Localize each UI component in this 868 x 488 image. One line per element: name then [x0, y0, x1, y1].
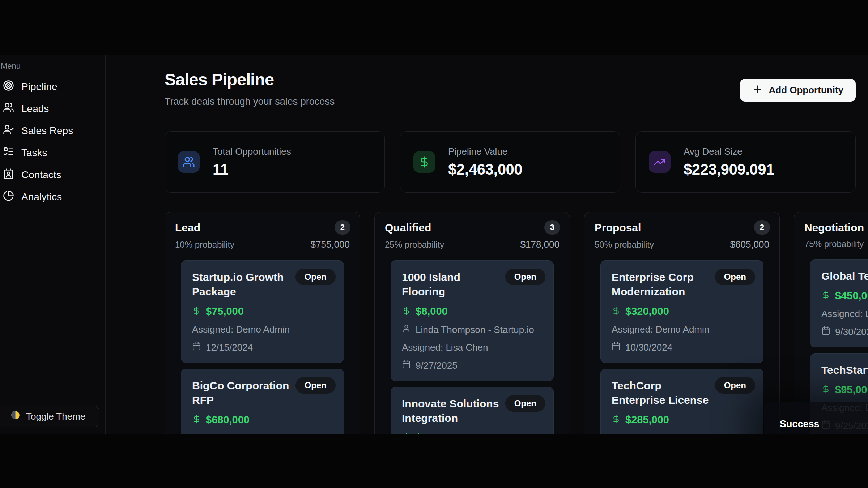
add-opportunity-label: Add Opportunity: [769, 85, 843, 96]
status-badge: Open: [715, 377, 755, 394]
dollar-sign-icon: [413, 151, 435, 173]
card-assigned: Assigned: Demo Admin: [612, 324, 752, 335]
column-title: Proposal: [595, 222, 769, 234]
card-date: 12/15/2024: [206, 342, 253, 353]
success-toast[interactable]: Success: [764, 402, 868, 434]
page-title: Sales Pipeline: [165, 69, 274, 89]
sidebar-item-label: Contacts: [21, 169, 61, 181]
sidebar-item-tasks[interactable]: Tasks: [0, 144, 99, 162]
kanban-column-qualified: Qualified 3 25% probability $178,000 100…: [374, 212, 570, 434]
card-amount: $680,000: [206, 414, 250, 426]
column-count-badge: 2: [754, 220, 770, 235]
dollar-sign-icon: [821, 291, 830, 301]
stat-value: $223,909.091: [684, 161, 774, 178]
sidebar-item-leads[interactable]: Leads: [0, 99, 99, 118]
card-amount: $125,000: [416, 432, 459, 434]
card-assigned: Assigned: Lisa Chen: [402, 342, 542, 353]
dollar-sign-icon: [192, 306, 201, 317]
calendar-icon: [612, 342, 621, 353]
column-total: $178,000: [520, 239, 559, 250]
sidebar-item-sales-reps[interactable]: Sales Reps: [0, 121, 99, 140]
opportunity-card[interactable]: TechCorp Enterprise License Open $285,00…: [600, 369, 763, 434]
sidebar-item-label: Tasks: [21, 147, 47, 159]
sidebar: Menu Pipeline Leads Sales Reps Tasks: [0, 55, 106, 434]
trending-up-icon: [649, 151, 671, 173]
main-content: Sales Pipeline Track deals through your …: [106, 55, 868, 434]
stat-label: Total Opportunities: [213, 146, 291, 157]
sidebar-nav: Pipeline Leads Sales Reps Tasks Contacts: [0, 77, 99, 206]
column-probability: 50% probability: [595, 240, 654, 250]
column-total: $755,000: [311, 239, 350, 250]
dollar-sign-icon: [402, 306, 411, 317]
card-date: 9/30/2025: [835, 326, 868, 338]
card-assigned: Assigned: Demo Admin: [821, 308, 868, 320]
sidebar-item-label: Analytics: [21, 191, 62, 203]
status-badge: Open: [505, 395, 545, 412]
stat-card-avg-deal-size: Avg Deal Size $223,909.091: [635, 131, 856, 193]
dollar-sign-icon: [612, 306, 621, 317]
card-contact: Linda Thompson - Startup.io: [416, 324, 534, 335]
card-amount: $450,000: [835, 290, 868, 302]
column-probability: 25% probability: [385, 240, 444, 250]
user-check-icon: [3, 124, 14, 138]
target-icon: [3, 80, 14, 94]
sidebar-item-label: Pipeline: [21, 81, 58, 93]
stat-card-pipeline-value: Pipeline Value $2,463,000: [400, 131, 620, 193]
sidebar-item-analytics[interactable]: Analytics: [0, 188, 99, 206]
sidebar-item-contacts[interactable]: Contacts: [0, 166, 99, 184]
dollar-sign-icon: [402, 433, 411, 434]
card-amount: $285,000: [625, 414, 669, 426]
column-count-badge: 3: [544, 220, 560, 235]
card-title: Global Tech: [821, 269, 868, 283]
users-icon: [3, 102, 14, 116]
kanban-board: Lead 2 10% probability $755,000 Startup.…: [165, 212, 868, 434]
stat-value: 11: [213, 161, 291, 178]
toggle-theme-button[interactable]: Toggle Theme: [0, 406, 99, 427]
card-assigned: Assigned: Demo Admin: [192, 324, 333, 335]
plus-icon: [752, 84, 763, 97]
opportunity-card[interactable]: 1000 Island Flooring Open $8,000 Linda T…: [391, 260, 554, 381]
status-badge: Open: [505, 269, 545, 285]
kanban-column-negotiation: Negotiation 75% probability Global Tech …: [794, 212, 868, 434]
stats-row: Total Opportunities 11 Pipeline Value $2…: [165, 131, 856, 193]
status-badge: Open: [715, 269, 755, 285]
sidebar-item-pipeline[interactable]: Pipeline: [0, 77, 99, 96]
calendar-icon: [821, 326, 830, 338]
sidebar-item-label: Sales Reps: [21, 125, 73, 137]
opportunity-card[interactable]: Startup.io Growth Package Open $75,000 A…: [181, 260, 344, 363]
card-date: 9/27/2025: [416, 360, 458, 371]
column-total: $605,000: [730, 239, 769, 250]
card-title: TechStartup Tools: [821, 363, 868, 377]
column-title: Qualified: [385, 222, 559, 234]
column-probability: 75% probability: [804, 239, 864, 249]
users-icon: [178, 151, 200, 173]
stat-value: $2,463,000: [448, 161, 522, 178]
sidebar-section-label: Menu: [1, 61, 21, 71]
card-amount: $320,000: [625, 305, 669, 317]
card-amount: $8,000: [416, 305, 448, 317]
page-subtitle: Track deals through your sales process: [165, 96, 335, 107]
dollar-sign-icon: [821, 385, 830, 395]
kanban-column-proposal: Proposal 2 50% probability $605,000 Ente…: [584, 212, 780, 434]
status-badge: Open: [295, 377, 336, 394]
opportunity-card[interactable]: Global Tech $450,000 Assigned: Demo Admi…: [810, 259, 868, 347]
card-amount: $75,000: [206, 305, 244, 317]
user-icon: [402, 324, 411, 335]
opportunity-card[interactable]: BigCo Corporation RFP Open $680,000 Assi…: [181, 369, 344, 434]
column-title: Lead: [175, 222, 350, 234]
kanban-column-lead: Lead 2 10% probability $755,000 Startup.…: [165, 212, 360, 434]
stat-label: Avg Deal Size: [684, 146, 774, 157]
sidebar-item-label: Leads: [21, 103, 49, 115]
opportunity-card[interactable]: Enterprise Corp Modernization Open $320,…: [600, 260, 763, 363]
status-badge: Open: [295, 269, 336, 285]
column-probability: 10% probability: [175, 240, 234, 250]
dollar-sign-icon: [612, 415, 621, 425]
calendar-icon: [192, 342, 201, 353]
pie-chart-icon: [3, 190, 14, 204]
toast-title: Success: [780, 419, 868, 430]
opportunity-card[interactable]: Innovate Solutions Integration Open $125…: [391, 387, 554, 434]
card-date: 10/30/2024: [625, 342, 672, 353]
card-assigned: Assigned: Demo Admin: [192, 432, 333, 434]
add-opportunity-button[interactable]: Add Opportunity: [740, 79, 856, 102]
contact-card-icon: [3, 168, 14, 182]
